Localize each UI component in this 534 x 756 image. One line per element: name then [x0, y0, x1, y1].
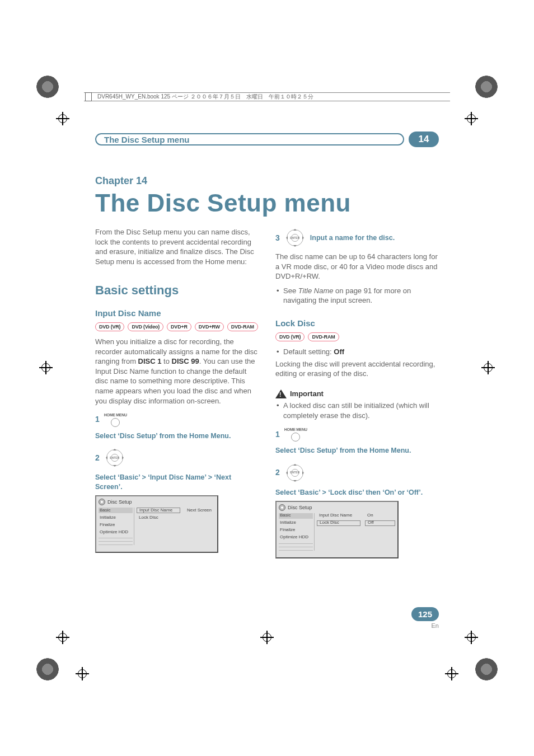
ui-title: Disc Setup: [288, 504, 312, 511]
format-badge: DVD+RW: [195, 322, 224, 331]
format-badge: DVD+R: [167, 322, 191, 331]
ui-nav-item: Basic: [99, 508, 133, 513]
important-callout: Important: [275, 389, 439, 399]
crosshair-icon: [56, 112, 69, 125]
chapter-title: The Disc Setup menu: [95, 189, 439, 217]
chapter-number-pill: 14: [409, 132, 439, 147]
crosshair-icon: [445, 667, 458, 680]
ui-option: Input Disc Name: [137, 508, 180, 513]
step-text: Select ‘Basic’ > ‘Input Disc Name’ > ‘Ne…: [95, 473, 259, 492]
crosshair-icon: [39, 361, 53, 374]
disc-icon: [99, 499, 105, 505]
default-setting: Default setting: Off: [275, 347, 439, 357]
crosshair-icon: [260, 631, 274, 644]
step-text: Select ‘Basic’ > ‘Lock disc’ then ‘On’ o…: [275, 488, 423, 497]
step-1: 1 HOME MENU Select ‘Disc Setup’ from the…: [95, 412, 259, 440]
right-column: 3 ENTER Input a name for the disc. The d…: [275, 227, 439, 558]
ui-value: On: [365, 513, 395, 519]
registration-mark-icon: [475, 658, 498, 680]
page-icon: [84, 92, 93, 101]
left-column: From the Disc Setup menu you can name di…: [95, 227, 259, 558]
format-badge: DVD-RAM: [227, 322, 258, 331]
ui-nav-item: Optimize HDD: [99, 529, 133, 535]
format-badges-row: DVD (VR) DVD (Video) DVD+R DVD+RW DVD-RA…: [95, 322, 259, 331]
important-label: Important: [290, 389, 324, 399]
warning-icon: [275, 389, 287, 398]
crosshair-icon: [481, 361, 495, 374]
registration-mark-icon: [36, 76, 59, 98]
prepress-file-header: DVR645H_WY_EN.book 125 ページ ２００６年７月５日 水曜日…: [84, 92, 450, 101]
crosshair-icon: [56, 631, 69, 644]
enter-nav-button-icon: ENTER: [104, 447, 125, 468]
step-number: 2: [275, 467, 280, 478]
page-content: The Disc Setup menu 14 Chapter 14 The Di…: [95, 132, 439, 624]
ui-title: Disc Setup: [107, 499, 132, 505]
ui-nav-item: Initialize: [99, 515, 133, 520]
ui-nav-item: Basic: [279, 513, 313, 519]
step-3-body: The disc name can be up to 64 characters…: [275, 252, 439, 281]
enter-nav-button-icon: ENTER: [284, 227, 306, 248]
important-bullet: A locked disc can still be initialized (…: [275, 401, 439, 420]
chapter-label: Chapter 14: [95, 175, 439, 187]
subsection-input-disc-name: Input Disc Name: [95, 308, 259, 319]
step-2: 2 ENTER Select ‘Basic’ > ‘Input Disc Nam…: [95, 447, 259, 492]
home-menu-button-icon: [111, 418, 120, 427]
disc-setup-ui-screenshot-1: Disc Setup Basic Initialize Finalize Opt…: [95, 495, 218, 553]
disc-icon: [279, 504, 285, 511]
ui-value: Off: [365, 520, 395, 526]
ui-nav-item: Finalize: [279, 528, 313, 533]
format-badge: DVD (VR): [95, 322, 124, 331]
page-number: 125: [411, 607, 439, 621]
ui-nav-item: Optimize HDD: [279, 535, 313, 541]
running-header-title: The Disc Setup menu: [104, 135, 190, 144]
format-badges-row: DVD (VR) DVD-RAM: [275, 332, 439, 341]
crosshair-icon: [76, 667, 89, 680]
language-code: En: [411, 622, 439, 629]
enter-nav-button-icon: ENTER: [284, 462, 306, 483]
ui-option: Lock Disc: [137, 515, 180, 520]
step-number: 1: [275, 429, 280, 440]
registration-mark-icon: [475, 76, 498, 98]
file-header-text: DVR645H_WY_EN.book 125 ページ ２００６年７月５日 水曜日…: [97, 93, 313, 101]
step-3: 3 ENTER Input a name for the disc.: [275, 227, 439, 248]
step-number: 2: [95, 453, 100, 463]
intro-paragraph: From the Disc Setup menu you can name di…: [95, 227, 259, 266]
see-also-bullet: See Title Name on page 91 for more on na…: [275, 286, 439, 306]
running-header: The Disc Setup menu 14: [95, 132, 439, 147]
home-menu-label: HOME MENU: [284, 427, 307, 432]
format-badge: DVD (VR): [275, 332, 305, 341]
ui-option: Input Disc Name: [317, 513, 360, 519]
ui-option: Lock Disc: [317, 520, 360, 526]
crosshair-icon: [465, 112, 478, 125]
step-text: Select ‘Disc Setup’ from the Home Menu.: [95, 431, 231, 441]
lock-step-2: 2 ENTER Select ‘Basic’ > ‘Lock disc’ the…: [275, 462, 439, 497]
home-menu-button-icon: [291, 433, 300, 442]
lock-step-1: 1 HOME MENU Select ‘Disc Setup’ from the…: [275, 427, 439, 455]
home-menu-label: HOME MENU: [104, 412, 127, 417]
input-disc-description: When you initialize a disc for recording…: [95, 337, 259, 406]
ui-nav-item: Initialize: [279, 520, 313, 526]
step-text: Input a name for the disc.: [310, 233, 395, 243]
format-badge: DVD (Video): [128, 322, 163, 331]
section-basic-settings: Basic settings: [95, 282, 259, 299]
page-footer: 125 En: [411, 607, 439, 629]
disc-setup-ui-screenshot-2: Disc Setup Basic Initialize Finalize Opt…: [275, 501, 399, 558]
step-text: Select ‘Disc Setup’ from the Home Menu.: [275, 446, 411, 456]
ui-value: Next Screen: [185, 508, 215, 513]
crosshair-icon: [465, 631, 478, 644]
step-number: 1: [95, 414, 100, 425]
subsection-lock-disc: Lock Disc: [275, 318, 439, 329]
chapter-number: 14: [419, 134, 429, 145]
registration-mark-icon: [36, 658, 59, 680]
format-badge: DVD-RAM: [308, 332, 339, 341]
running-header-bar: The Disc Setup menu: [95, 133, 404, 145]
step-number: 3: [275, 233, 280, 243]
ui-nav-item: Finalize: [99, 522, 133, 528]
lock-disc-body: Locking the disc will prevent accidental…: [275, 359, 439, 379]
